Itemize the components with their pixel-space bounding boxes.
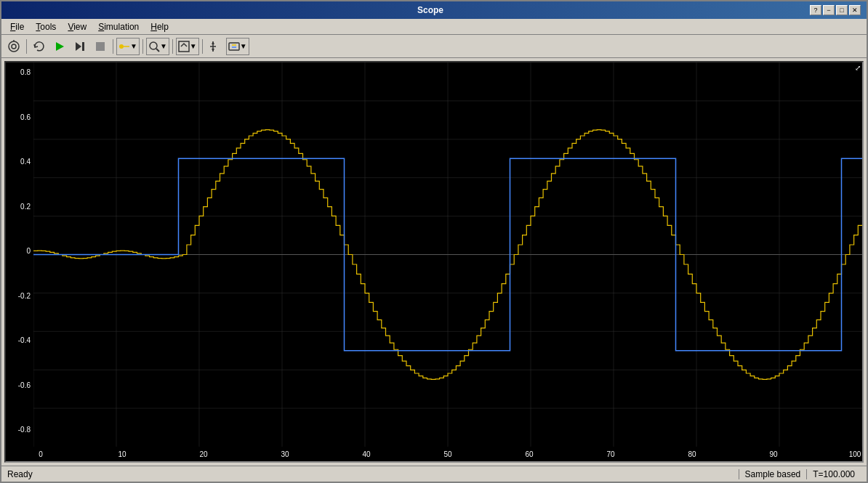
menu-help[interactable]: Help: [145, 20, 174, 33]
x-label-90: 90: [766, 450, 781, 458]
svg-marker-4: [76, 42, 81, 51]
menu-file[interactable]: File: [4, 20, 30, 33]
revert-button[interactable]: [30, 38, 49, 55]
svg-rect-16: [229, 43, 239, 50]
stop-button[interactable]: [91, 38, 110, 55]
x-label-10: 10: [115, 450, 129, 458]
svg-point-1: [12, 44, 16, 49]
x-label-100: 100: [848, 450, 862, 458]
status-time: T=100.000: [806, 469, 861, 479]
svg-point-9: [150, 42, 157, 49]
x-label-40: 40: [359, 450, 374, 458]
x-label-0: 0: [33, 450, 48, 458]
maximize-plot-icon[interactable]: ⤢: [855, 64, 861, 72]
maximize-button[interactable]: □: [836, 5, 848, 15]
y-label-0.4: 0.4: [7, 158, 32, 166]
separator-5: [202, 39, 203, 54]
x-label-60: 60: [522, 450, 537, 458]
y-label-n0.2: -0.2: [7, 292, 32, 300]
menu-bar: File Tools View Simulation Help: [1, 19, 867, 35]
scope-settings-button[interactable]: [4, 38, 23, 55]
toolbar: ▼ ▼ ▼ ▼: [1, 35, 867, 58]
y-axis: 0.8 0.6 0.4 0.2 0 -0.2 -0.4 -0.6 -0.8: [6, 62, 33, 447]
minimize-button[interactable]: −: [823, 5, 835, 15]
menu-view[interactable]: View: [62, 20, 92, 33]
close-button[interactable]: ✕: [849, 5, 861, 15]
window-title: Scope: [51, 5, 810, 15]
scope-canvas: [33, 62, 862, 447]
status-bar: Ready Sample based T=100.000: [1, 466, 867, 482]
svg-line-10: [156, 49, 159, 52]
separator-2: [113, 39, 113, 54]
x-label-70: 70: [603, 450, 618, 458]
menu-simulation[interactable]: Simulation: [92, 20, 145, 33]
y-label-0.8: 0.8: [7, 68, 32, 76]
menu-tools[interactable]: Tools: [30, 20, 62, 33]
help-button[interactable]: ?: [810, 5, 821, 15]
svg-point-0: [9, 41, 19, 52]
status-ready: Ready: [7, 469, 739, 479]
x-label-50: 50: [441, 450, 455, 458]
status-right: Sample based T=100.000: [739, 469, 861, 479]
y-label-0.6: 0.6: [7, 113, 32, 121]
main-window: Scope ? − □ ✕ File Tools View Simulation…: [0, 0, 868, 483]
y-label-n0.8: -0.8: [7, 426, 32, 434]
title-bar: Scope ? − □ ✕: [1, 1, 867, 19]
window-controls: ? − □ ✕: [810, 5, 861, 15]
y-label-n0.6: -0.6: [7, 381, 32, 389]
x-label-30: 30: [278, 450, 292, 458]
svg-rect-5: [82, 42, 84, 51]
svg-rect-6: [96, 42, 105, 51]
separator-4: [172, 39, 173, 54]
play-button[interactable]: [50, 38, 69, 55]
x-axis: 0 10 20 30 40 50 60 70 80 90 100: [6, 447, 862, 461]
svg-marker-15: [212, 49, 214, 52]
y-label-n0.4: -0.4: [7, 336, 32, 344]
plot-area: 0.8 0.6 0.4 0.2 0 -0.2 -0.4 -0.6 -0.8 ⤢: [1, 58, 867, 466]
svg-marker-14: [212, 41, 214, 44]
svg-point-7: [119, 44, 124, 49]
step-forward-button[interactable]: [71, 38, 89, 55]
svg-marker-3: [56, 42, 64, 51]
separator-3: [142, 39, 143, 54]
separator-1: [26, 39, 27, 54]
scope-plot[interactable]: ⤢: [33, 62, 862, 447]
status-sample-based: Sample based: [739, 469, 807, 479]
cursors-button[interactable]: [206, 38, 225, 55]
y-label-0: 0: [7, 247, 32, 255]
scale-dropdown[interactable]: ▼: [176, 38, 199, 55]
x-label-20: 20: [196, 450, 211, 458]
x-label-80: 80: [685, 450, 699, 458]
y-label-0.2: 0.2: [7, 203, 32, 211]
x-axis-labels: 0 10 20 30 40 50 60 70 80 90 100: [33, 450, 862, 458]
zoom-dropdown[interactable]: ▼: [146, 38, 169, 55]
style-dropdown[interactable]: ▼: [116, 38, 140, 55]
format-dropdown[interactable]: ▼: [226, 38, 249, 55]
